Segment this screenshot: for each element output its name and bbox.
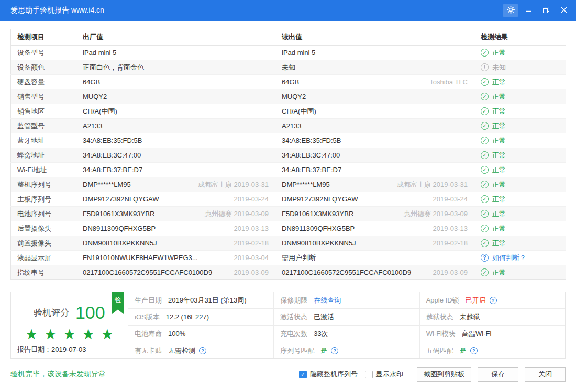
read-value: 0217100C1660572C9551FCCAFC0100D9	[282, 268, 411, 276]
read-value: DMP9127392NLQYGAW	[282, 195, 358, 203]
read-value-cell: MUQY2	[275, 89, 474, 104]
status-badge: ✓正常	[481, 165, 559, 175]
read-value-cell: 64GBToshiba TLC	[275, 75, 474, 89]
read-value-cell: DN8911309QFHXG5BP2019-03-13	[275, 221, 474, 236]
item-label: 电池序列号	[11, 207, 76, 221]
read-value: 需用户判断	[282, 253, 316, 263]
minimize-button[interactable]	[520, 4, 536, 17]
status-text: 正常	[492, 268, 506, 277]
status-cell: ✓正常	[474, 104, 566, 119]
factory-value-cell: iPad mini 5	[76, 46, 275, 60]
check-circle-icon: ✓	[481, 239, 489, 247]
status-badge: ✓正常	[481, 195, 559, 204]
checkbox-unchecked-icon[interactable]: ✓	[365, 371, 373, 378]
factory-value-note: 2019-03-04	[234, 254, 269, 262]
status-text: 正常	[492, 239, 506, 248]
summary-row: 保修期限在线查询	[274, 292, 419, 309]
summary-label: 五码匹配	[426, 346, 453, 355]
table-row: 销售地区CH/A(中国)CH/A(中国)✓正常	[11, 104, 566, 119]
item-label: 销售地区	[11, 104, 76, 119]
question-circle-icon[interactable]: ?	[470, 347, 478, 354]
status-text: 正常	[492, 121, 506, 131]
table-row: 整机序列号DMP******LM95成都富士康 2019-03-31DMP***…	[11, 177, 566, 192]
status-text: 正常	[492, 77, 506, 87]
check-circle-icon: ✓	[481, 210, 489, 218]
read-value-cell: CH/A(中国)	[275, 104, 474, 119]
summary-value[interactable]: 在线查询	[314, 296, 341, 305]
factory-value-cell: DMP9127392NLQYGAW2019-03-24	[76, 192, 275, 207]
check-circle-icon: ✓	[481, 122, 489, 130]
read-value-note: 2019-02-18	[433, 239, 468, 247]
item-label: 主板序列号	[11, 192, 76, 207]
question-circle-icon[interactable]: ?	[490, 297, 497, 304]
read-value-cell: DMP******LM95成都富士康 2019-03-31	[275, 177, 474, 192]
summary-value: 已激活	[314, 312, 334, 322]
summary-row: 越狱状态未越狱	[420, 309, 565, 326]
summary-row: 充电次数33次	[274, 326, 419, 342]
read-value-cell: DNM90810BXPKKNN5J2019-02-18	[275, 236, 474, 251]
status-badge: ✓正常	[481, 268, 559, 277]
checkbox-checked-icon[interactable]: ✓	[299, 371, 307, 378]
window-controls	[501, 4, 572, 17]
screenshot-to-clipboard-button[interactable]: 截图到剪贴板	[417, 367, 471, 382]
status-cell: ?如何判断？	[474, 251, 566, 265]
table-row: 后置摄像头DN8911309QFHXG5BP2019-03-13DN891130…	[11, 221, 566, 236]
status-badge[interactable]: ?如何判断？	[481, 253, 559, 263]
read-value-cell: F5D91061X3MK93YBR惠州德赛 2019-03-09	[275, 207, 474, 221]
summary-row: 激活状态已激活	[274, 309, 419, 326]
question-circle-icon[interactable]: ?	[331, 347, 338, 354]
exclamation-circle-icon: !	[481, 63, 489, 71]
status-cell: ✓正常	[474, 133, 566, 148]
score-label: 验机评分	[34, 308, 69, 318]
report-table-body: 设备型号iPad mini 5iPad mini 5✓正常设备颜色正面白色，背面…	[11, 46, 566, 280]
status-cell: ✓正常	[474, 89, 566, 104]
factory-value-cell: 34:A8:EB:3C:47:00	[76, 148, 275, 163]
report-date: 报告日期：2019-07-03	[11, 341, 128, 358]
status-cell: ✓正常	[474, 163, 566, 177]
summary-row: 有无卡贴无需检测?	[128, 342, 273, 359]
status-text: 正常	[492, 195, 506, 204]
factory-value-note: 惠州德赛 2019-03-09	[205, 209, 269, 219]
summary-row: 五码匹配是?	[420, 342, 565, 359]
read-value: DNM90810BXPKKNN5J	[282, 239, 356, 247]
score-cell: 验 验机评分 100 ★★★★★ 报告日期：2019-07-03	[11, 292, 128, 358]
checkbox-label: 显示水印	[376, 369, 403, 379]
status-cell: ✓正常	[474, 221, 566, 236]
read-value-cell: 需用户判断	[275, 251, 474, 265]
factory-value-cell: DN8911309QFHXG5BP2019-03-13	[76, 221, 275, 236]
summary-label: Wi-Fi模块	[426, 329, 456, 339]
summary-value: 未越狱	[460, 312, 480, 322]
check-circle-icon: ✓	[481, 181, 489, 188]
factory-value-cell: 正面白色，背面金色	[76, 60, 275, 75]
status-cell: ✓正常	[474, 75, 566, 89]
summary-row: 生产日期2019年03月31日 (第13周)	[128, 292, 273, 309]
item-label: Wi-Fi地址	[11, 163, 76, 177]
status-cell: !未知	[474, 60, 566, 75]
table-row: 主板序列号DMP9127392NLQYGAW2019-03-24DMP91273…	[11, 192, 566, 207]
close-button[interactable]	[556, 4, 572, 17]
summary-panel: 验 验机评分 100 ★★★★★ 报告日期：2019-07-03 生产日期201…	[10, 292, 566, 359]
show-watermark-checkbox[interactable]: ✓显示水印	[365, 369, 403, 379]
check-circle-icon: ✓	[481, 49, 489, 57]
hide-serial-checkbox[interactable]: ✓隐藏整机序列号	[299, 369, 358, 379]
factory-value: 34:A8:EB:35:FD:5B	[83, 137, 142, 144]
settings-button[interactable]	[503, 4, 518, 17]
summary-value: 无需检测	[168, 346, 195, 355]
status-text: 未知	[492, 63, 506, 72]
status-cell: ✓正常	[474, 177, 566, 192]
save-button[interactable]: 保存	[478, 367, 518, 382]
item-label: 蓝牙地址	[11, 133, 76, 148]
question-circle-icon[interactable]: ?	[199, 347, 206, 354]
status-badge: ✓正常	[481, 136, 559, 145]
table-row: 监管型号A2133A2133✓正常	[11, 119, 566, 133]
status-badge: ✓正常	[481, 48, 559, 58]
read-value: A2133	[282, 122, 302, 130]
table-row: Wi-Fi地址34:A8:EB:37:BE:D734:A8:EB:37:BE:D…	[11, 163, 566, 177]
status-text: 如何判断？	[492, 253, 526, 263]
factory-value-note: 成都富士康 2019-03-31	[198, 180, 269, 189]
close-report-button[interactable]: 关闭	[525, 367, 566, 382]
factory-value: 正面白色，背面金色	[83, 63, 144, 72]
restore-button[interactable]	[538, 4, 554, 17]
factory-value: MUQY2	[83, 93, 107, 100]
status-badge: ✓正常	[481, 121, 559, 131]
